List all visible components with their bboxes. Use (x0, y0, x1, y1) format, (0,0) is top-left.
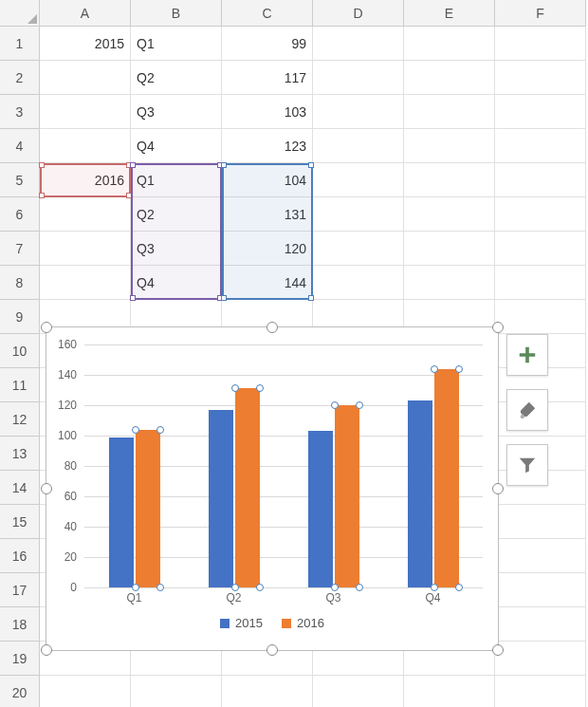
resize-handle[interactable] (492, 483, 504, 494)
data-point-handle[interactable] (431, 365, 438, 373)
data-point-handle[interactable] (331, 401, 339, 409)
embedded-chart[interactable]: 020406080100120140160 Q1Q2Q3Q4 20152016 (46, 326, 499, 651)
chart-styles-button[interactable] (506, 389, 548, 431)
cell[interactable]: Q4 (131, 129, 222, 163)
cell[interactable]: 2016 (40, 163, 131, 197)
resize-handle[interactable] (41, 322, 52, 333)
data-point-handle[interactable] (431, 584, 438, 591)
row-header[interactable]: 17 (0, 573, 40, 607)
cell[interactable] (40, 232, 131, 266)
cell[interactable] (313, 197, 404, 232)
data-point-handle[interactable] (256, 384, 264, 392)
row-header[interactable]: 5 (0, 163, 40, 197)
row-header[interactable]: 15 (0, 505, 40, 539)
column-header[interactable]: A (40, 0, 131, 27)
data-point-handle[interactable] (455, 584, 463, 591)
cell[interactable] (40, 676, 131, 707)
column-header[interactable]: D (313, 0, 404, 27)
data-point-handle[interactable] (156, 584, 164, 591)
cell[interactable] (404, 197, 495, 232)
cell[interactable]: 99 (222, 27, 313, 61)
select-all-corner[interactable] (0, 0, 40, 27)
data-point-handle[interactable] (331, 584, 339, 591)
row-header[interactable]: 2 (0, 61, 40, 95)
cell[interactable]: 131 (222, 197, 313, 232)
cell[interactable] (404, 27, 495, 61)
cell[interactable] (40, 197, 131, 232)
plot-area[interactable]: 020406080100120140160 (84, 344, 483, 587)
data-point-handle[interactable] (256, 584, 264, 591)
row-header[interactable]: 3 (0, 95, 40, 129)
cell[interactable] (495, 539, 586, 573)
data-point-handle[interactable] (132, 426, 139, 434)
cell[interactable] (495, 266, 586, 300)
cell[interactable] (495, 505, 586, 539)
data-point-handle[interactable] (132, 584, 139, 591)
cell[interactable] (404, 676, 495, 707)
cell[interactable] (313, 129, 404, 163)
row-header[interactable]: 9 (0, 300, 40, 334)
cell[interactable] (40, 129, 131, 163)
data-point-handle[interactable] (455, 365, 463, 373)
cell[interactable] (313, 266, 404, 300)
data-point-handle[interactable] (356, 584, 363, 591)
cell[interactable] (495, 27, 586, 61)
row-header[interactable]: 16 (0, 539, 40, 573)
row-header[interactable]: 6 (0, 197, 40, 232)
cell[interactable] (495, 129, 586, 163)
cell[interactable] (495, 300, 586, 334)
cell[interactable]: 120 (222, 232, 313, 266)
column-header[interactable]: C (222, 0, 313, 27)
legend-item[interactable]: 2016 (282, 616, 324, 630)
row-header[interactable]: 14 (0, 471, 40, 505)
bar[interactable] (434, 369, 459, 587)
row-header[interactable]: 8 (0, 266, 40, 300)
cell[interactable] (404, 266, 495, 300)
cell[interactable] (313, 676, 404, 707)
cell[interactable] (495, 163, 586, 197)
cell[interactable] (495, 676, 586, 707)
cell[interactable]: 103 (222, 95, 313, 129)
cell[interactable]: 2015 (40, 27, 131, 61)
cell[interactable] (40, 266, 131, 300)
bar[interactable] (335, 405, 359, 587)
row-header[interactable]: 11 (0, 368, 40, 402)
column-header[interactable]: E (404, 0, 495, 27)
x-axis[interactable]: Q1Q2Q3Q4 (84, 591, 483, 605)
bar[interactable] (136, 430, 160, 587)
chart-filters-button[interactable] (506, 444, 548, 486)
cell[interactable] (495, 607, 586, 642)
bar[interactable] (235, 388, 260, 587)
cell[interactable] (495, 573, 586, 607)
resize-handle[interactable] (266, 322, 278, 333)
cell[interactable]: Q3 (131, 95, 222, 129)
cell[interactable]: 144 (222, 266, 313, 300)
row-header[interactable]: 20 (0, 676, 40, 707)
row-header[interactable]: 10 (0, 334, 40, 368)
cell[interactable]: Q3 (131, 232, 222, 266)
cell[interactable] (495, 232, 586, 266)
row-header[interactable]: 13 (0, 437, 40, 471)
row-header[interactable]: 19 (0, 642, 40, 676)
bar[interactable] (109, 437, 134, 587)
cell[interactable] (404, 129, 495, 163)
column-header[interactable]: F (495, 0, 586, 27)
row-header[interactable]: 12 (0, 402, 40, 437)
data-point-handle[interactable] (231, 584, 239, 591)
cell[interactable] (495, 61, 586, 95)
bar[interactable] (209, 410, 233, 587)
cell[interactable] (131, 676, 222, 707)
cell[interactable]: Q1 (131, 163, 222, 197)
bar[interactable] (308, 431, 333, 587)
cell[interactable] (404, 95, 495, 129)
resize-handle[interactable] (41, 644, 52, 656)
row-header[interactable]: 18 (0, 607, 40, 642)
bar[interactable] (408, 400, 432, 587)
cell[interactable]: 104 (222, 163, 313, 197)
chart-legend[interactable]: 20152016 (46, 616, 498, 630)
column-header[interactable]: B (131, 0, 222, 27)
cell[interactable] (222, 676, 313, 707)
data-point-handle[interactable] (156, 426, 164, 434)
cell[interactable]: Q4 (131, 266, 222, 300)
cell[interactable] (404, 163, 495, 197)
